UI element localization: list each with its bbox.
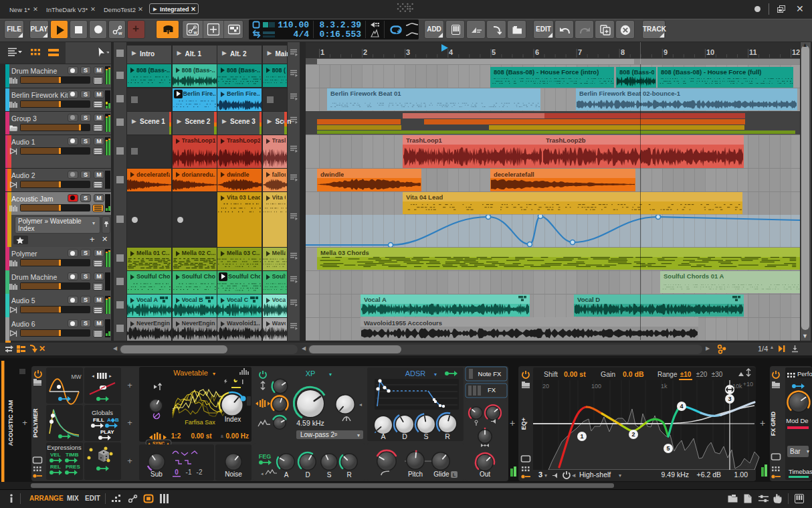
svg-text:Sub: Sub: [150, 471, 163, 478]
svg-text:Pitch: Pitch: [408, 471, 423, 478]
svg-text:▾: ▾: [434, 371, 437, 377]
svg-text:Out: Out: [480, 471, 490, 478]
svg-text:Glide: Glide: [433, 471, 449, 478]
svg-text:Farfisa Sax: Farfisa Sax: [185, 419, 215, 426]
svg-text:-1: -1: [186, 469, 192, 476]
svg-text:±30: ±30: [712, 371, 723, 378]
svg-text:Gain: Gain: [601, 370, 615, 378]
svg-text:Index: Index: [225, 416, 241, 423]
svg-text:3: 3: [538, 471, 542, 479]
svg-text:Low-pass 2ᵖ: Low-pass 2ᵖ: [300, 431, 337, 438]
svg-text:0: 0: [175, 469, 179, 476]
svg-text:Timebas: Timebas: [789, 468, 812, 475]
svg-text:FX GRID: FX GRID: [770, 411, 777, 436]
svg-text:Range: Range: [657, 371, 678, 378]
svg-text:Globals: Globals: [92, 409, 113, 416]
svg-text:0.00 st: 0.00 st: [564, 370, 586, 378]
svg-text:+: +: [22, 418, 27, 428]
svg-text:EQ+: EQ+: [520, 418, 527, 430]
svg-text:R: R: [445, 432, 450, 440]
svg-text:+: +: [510, 418, 515, 428]
svg-text:▾: ▾: [544, 473, 547, 479]
svg-text:REL: REL: [50, 464, 61, 470]
svg-text:FILL: FILL: [93, 417, 104, 423]
svg-text:MW: MW: [71, 373, 81, 380]
svg-text:1k: 1k: [661, 383, 668, 390]
svg-text:▾: ▾: [213, 371, 215, 377]
svg-text:+: +: [127, 456, 132, 466]
svg-text:PLAY: PLAY: [100, 429, 114, 435]
svg-text:PRES: PRES: [66, 464, 80, 470]
svg-text:+: +: [760, 418, 765, 428]
svg-text:L: L: [453, 472, 456, 478]
svg-text:1: 1: [580, 433, 583, 440]
svg-text:Noise: Noise: [225, 471, 242, 478]
svg-text:R: R: [346, 471, 351, 479]
svg-text:20: 20: [542, 383, 549, 390]
svg-text:0.00 Hz: 0.00 Hz: [226, 432, 249, 440]
svg-text:A: A: [284, 471, 289, 479]
svg-text:Note FX: Note FX: [478, 370, 502, 377]
svg-text:▾: ▾: [619, 473, 621, 479]
svg-text:Mod De: Mod De: [786, 417, 808, 424]
svg-text:ACOUSTIC JAM: ACOUSTIC JAM: [7, 400, 14, 446]
svg-text:Expressions: Expressions: [47, 444, 82, 451]
svg-text:Bar: Bar: [790, 448, 801, 455]
svg-text:0.00 st: 0.00 st: [191, 432, 212, 440]
svg-text:▸: ▸: [109, 373, 112, 378]
svg-text:FX: FX: [488, 386, 496, 394]
svg-text:±: ±: [221, 433, 224, 439]
svg-text:◂: ◂: [92, 373, 94, 378]
svg-text:▾: ▾: [357, 432, 360, 438]
svg-text:4.59 kHz: 4.59 kHz: [296, 419, 324, 427]
svg-text:+6.2 dB: +6.2 dB: [697, 471, 722, 479]
svg-text:w: w: [118, 31, 122, 35]
svg-text:100: 100: [591, 383, 601, 390]
svg-text:FEG: FEG: [259, 453, 272, 460]
svg-text:D: D: [305, 471, 310, 479]
svg-text:2: 2: [631, 431, 635, 438]
svg-text:±20: ±20: [696, 371, 708, 378]
svg-text:Shift: Shift: [544, 370, 558, 378]
svg-text:±10: ±10: [680, 371, 692, 378]
svg-text:+: +: [127, 418, 132, 428]
svg-text:A◆B: A◆B: [107, 417, 119, 423]
svg-text:1.00: 1.00: [734, 471, 748, 479]
svg-text:◂: ◂: [359, 402, 362, 408]
svg-text:TIMB: TIMB: [66, 452, 79, 458]
svg-text:+: +: [127, 380, 132, 390]
svg-text:3: 3: [728, 396, 731, 402]
svg-text:POLYMER: POLYMER: [32, 408, 39, 438]
svg-text:Wavetable: Wavetable: [173, 369, 208, 377]
svg-text:High-shelf: High-shelf: [579, 471, 611, 479]
svg-text:5: 5: [666, 445, 670, 452]
svg-text:+10: +10: [743, 381, 753, 388]
svg-text:A: A: [381, 432, 385, 440]
svg-text:◂: ◂: [261, 471, 264, 476]
svg-text:▾: ▾: [329, 371, 332, 377]
svg-text:S: S: [327, 471, 332, 479]
svg-text:ADSR: ADSR: [405, 369, 426, 377]
svg-text:XP: XP: [306, 369, 316, 377]
svg-text:0.0 dB: 0.0 dB: [623, 370, 644, 378]
svg-text:VEL: VEL: [50, 452, 61, 458]
svg-text:9.49 kHz: 9.49 kHz: [662, 471, 689, 479]
svg-text:1:2: 1:2: [171, 432, 181, 440]
svg-text:⪡: ⪡: [572, 472, 575, 479]
svg-text:4: 4: [680, 403, 683, 410]
svg-text:▾: ▾: [807, 448, 809, 454]
svg-text:S: S: [423, 432, 428, 440]
svg-text:D: D: [402, 432, 407, 440]
svg-text:Perfo: Perfo: [797, 370, 812, 377]
svg-text:-2: -2: [197, 469, 203, 476]
svg-text:w: w: [193, 30, 198, 35]
